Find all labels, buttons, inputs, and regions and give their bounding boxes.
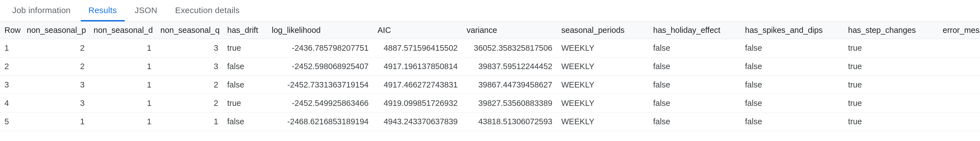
- cell-non-seasonal-p: 3: [22, 76, 89, 94]
- col-non-seasonal-d[interactable]: non_seasonal_d: [89, 22, 156, 39]
- table-row[interactable]: 5111false-2468.62168531891944943.2433706…: [0, 112, 980, 131]
- cell-error-message: [938, 112, 980, 131]
- cell-aic: 4917.466272743831: [373, 76, 462, 94]
- col-log-likelihood[interactable]: log_likelihood: [267, 22, 373, 39]
- cell-aic: 4943.243370637839: [373, 112, 462, 131]
- cell-has-step-changes: true: [843, 58, 938, 76]
- cell-variance: 39827.53560883389: [462, 94, 557, 112]
- col-error-message[interactable]: error_message: [938, 22, 980, 39]
- tab-job-information[interactable]: Job information: [5, 0, 78, 21]
- cell-non-seasonal-d: 1: [89, 112, 156, 131]
- cell-row: 5: [0, 112, 22, 131]
- cell-variance: 43818.51306072593: [462, 112, 557, 131]
- cell-has-drift: true: [223, 94, 267, 112]
- col-has-drift[interactable]: has_drift: [223, 22, 267, 39]
- cell-has-step-changes: true: [843, 76, 938, 94]
- cell-has-holiday-effect: false: [649, 112, 741, 131]
- cell-has-spikes-and-dips: false: [741, 39, 843, 58]
- cell-has-drift: true: [223, 39, 267, 58]
- cell-variance: 39867.44739458627: [462, 76, 557, 94]
- cell-row: 4: [0, 94, 22, 112]
- col-variance[interactable]: variance: [462, 22, 557, 39]
- col-has-step-changes[interactable]: has_step_changes: [843, 22, 938, 39]
- col-row[interactable]: Row: [0, 22, 22, 39]
- cell-non-seasonal-p: 2: [22, 58, 89, 76]
- table-header-row: Row non_seasonal_p non_seasonal_d non_se…: [0, 22, 980, 39]
- table-row[interactable]: 2213false-2452.5980689254074917.19613785…: [0, 58, 980, 76]
- cell-aic: 4887.571596415502: [373, 39, 462, 58]
- cell-seasonal-periods: WEEKLY: [557, 76, 649, 94]
- cell-has-step-changes: true: [843, 112, 938, 131]
- col-seasonal-periods[interactable]: seasonal_periods: [557, 22, 649, 39]
- cell-row: 2: [0, 58, 22, 76]
- cell-error-message: [938, 39, 980, 58]
- cell-has-spikes-and-dips: false: [741, 58, 843, 76]
- cell-has-drift: false: [223, 76, 267, 94]
- cell-aic: 4917.196137850814: [373, 58, 462, 76]
- cell-seasonal-periods: WEEKLY: [557, 58, 649, 76]
- cell-seasonal-periods: WEEKLY: [557, 94, 649, 112]
- cell-has-spikes-and-dips: false: [741, 76, 843, 94]
- cell-log-likelihood: -2452.598068925407: [267, 58, 373, 76]
- col-aic[interactable]: AIC: [373, 22, 462, 39]
- cell-seasonal-periods: WEEKLY: [557, 112, 649, 131]
- cell-aic: 4919.099851726932: [373, 94, 462, 112]
- cell-non-seasonal-d: 1: [89, 58, 156, 76]
- cell-has-step-changes: true: [843, 39, 938, 58]
- cell-log-likelihood: -2468.6216853189194: [267, 112, 373, 131]
- cell-log-likelihood: -2436.785798207751: [267, 39, 373, 58]
- tab-execution-details[interactable]: Execution details: [167, 0, 248, 21]
- col-non-seasonal-q[interactable]: non_seasonal_q: [156, 22, 223, 39]
- cell-has-spikes-and-dips: false: [741, 112, 843, 131]
- table-row[interactable]: 4312true-2452.5499258634664919.099851726…: [0, 94, 980, 112]
- table-row[interactable]: 3312false-2452.73313637191544917.4662727…: [0, 76, 980, 94]
- cell-non-seasonal-q: 1: [156, 112, 223, 131]
- table-row[interactable]: 1213true-2436.7857982077514887.571596415…: [0, 39, 980, 58]
- cell-non-seasonal-q: 2: [156, 94, 223, 112]
- cell-has-drift: false: [223, 112, 267, 131]
- cell-non-seasonal-d: 1: [89, 39, 156, 58]
- tab-results[interactable]: Results: [81, 0, 125, 21]
- col-has-spikes-and-dips[interactable]: has_spikes_and_dips: [741, 22, 843, 39]
- cell-error-message: [938, 94, 980, 112]
- cell-has-step-changes: true: [843, 94, 938, 112]
- cell-has-holiday-effect: false: [649, 76, 741, 94]
- cell-variance: 39837.59512244452: [462, 58, 557, 76]
- cell-variance: 36052.358325817506: [462, 39, 557, 58]
- cell-row: 3: [0, 76, 22, 94]
- cell-log-likelihood: -2452.7331363719154: [267, 76, 373, 94]
- cell-error-message: [938, 76, 980, 94]
- results-table: Row non_seasonal_p non_seasonal_d non_se…: [0, 22, 980, 131]
- col-non-seasonal-p[interactable]: non_seasonal_p: [22, 22, 89, 39]
- tab-json[interactable]: JSON: [127, 0, 165, 21]
- cell-non-seasonal-q: 3: [156, 39, 223, 58]
- cell-non-seasonal-p: 1: [22, 112, 89, 131]
- cell-has-drift: false: [223, 58, 267, 76]
- cell-has-holiday-effect: false: [649, 39, 741, 58]
- col-has-holiday-effect[interactable]: has_holiday_effect: [649, 22, 741, 39]
- cell-non-seasonal-d: 1: [89, 94, 156, 112]
- cell-non-seasonal-p: 3: [22, 94, 89, 112]
- cell-has-holiday-effect: false: [649, 94, 741, 112]
- cell-row: 1: [0, 39, 22, 58]
- cell-non-seasonal-p: 2: [22, 39, 89, 58]
- cell-log-likelihood: -2452.549925863466: [267, 94, 373, 112]
- tabs-bar: Job informationResultsJSONExecution deta…: [0, 0, 980, 22]
- cell-seasonal-periods: WEEKLY: [557, 39, 649, 58]
- cell-non-seasonal-q: 3: [156, 58, 223, 76]
- cell-error-message: [938, 58, 980, 76]
- cell-has-spikes-and-dips: false: [741, 94, 843, 112]
- cell-non-seasonal-d: 1: [89, 76, 156, 94]
- cell-non-seasonal-q: 2: [156, 76, 223, 94]
- cell-has-holiday-effect: false: [649, 58, 741, 76]
